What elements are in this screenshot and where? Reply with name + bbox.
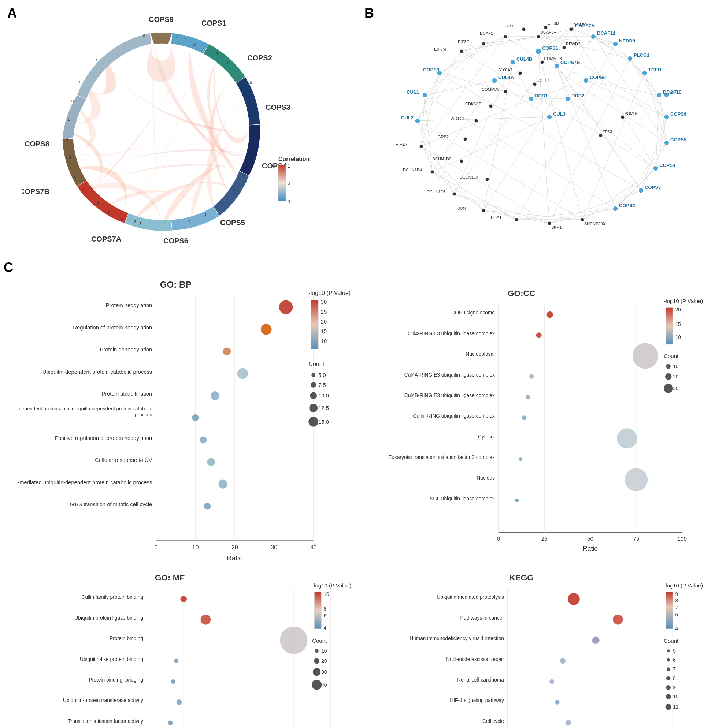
go-cc-color-legend: -log10 (P Value) 20 15 10 Count 10	[664, 298, 703, 393]
svg-text:1: 1	[68, 117, 70, 121]
svg-text:8: 8	[323, 606, 327, 612]
svg-text:DCAF3F: DCAF3F	[540, 30, 556, 34]
svg-point-253	[211, 391, 219, 400]
svg-text:-log10 (P Value): -log10 (P Value)	[312, 582, 351, 589]
svg-text:40: 40	[321, 682, 327, 688]
svg-point-208	[544, 26, 547, 29]
svg-point-182	[657, 93, 662, 98]
svg-text:7.5: 7.5	[318, 382, 326, 388]
svg-line-89	[417, 51, 461, 121]
svg-text:SNRNP200: SNRNP200	[584, 222, 605, 226]
svg-point-202	[547, 222, 551, 225]
svg-text:DCAF8: DCAF8	[573, 23, 586, 27]
svg-text:DDB1: DDB1	[535, 93, 547, 98]
svg-point-146	[653, 166, 658, 171]
svg-point-280	[311, 382, 316, 388]
svg-point-258	[204, 503, 211, 510]
svg-point-222	[489, 104, 493, 108]
svg-text:S100A7: S100A7	[498, 68, 512, 72]
svg-text:COPS9: COPS9	[149, 15, 173, 23]
svg-text:0: 0	[288, 180, 290, 186]
svg-point-328	[665, 373, 672, 380]
svg-line-82	[421, 147, 454, 194]
svg-text:4: 4	[323, 625, 327, 631]
svg-text:WDTC1: WDTC1	[451, 116, 465, 121]
svg-point-212	[562, 46, 566, 49]
svg-text:TCEB: TCEB	[648, 67, 661, 72]
svg-text:DCAF1: DCAF1	[480, 31, 493, 35]
svg-text:1: 1	[222, 201, 224, 206]
go-mf-panel: GO: MF 0 25 50 75 100 125 Ratio	[18, 568, 363, 728]
panel-c-label: C	[4, 260, 13, 275]
svg-text:NEDD8: NEDD8	[619, 38, 635, 44]
svg-text:-1: -1	[287, 199, 291, 204]
svg-line-107	[454, 62, 513, 194]
svg-point-377	[313, 668, 320, 676]
svg-text:1: 1	[189, 220, 191, 224]
svg-line-113	[440, 73, 531, 99]
svg-text:30: 30	[673, 386, 679, 391]
svg-text:1: 1	[216, 51, 218, 56]
svg-text:25: 25	[541, 535, 547, 542]
panel-b: B	[359, 0, 719, 256]
svg-text:DCUN1D2: DCUN1D2	[432, 157, 451, 161]
svg-text:Count: Count	[664, 353, 679, 359]
svg-point-429	[666, 694, 671, 699]
svg-text:0: 0	[71, 99, 74, 103]
svg-text:2: 2	[134, 220, 136, 224]
svg-text:7: 7	[675, 605, 678, 610]
svg-text:1: 1	[254, 99, 257, 103]
svg-text:2: 2	[95, 58, 97, 63]
svg-point-304	[526, 395, 530, 400]
svg-line-127	[517, 44, 615, 220]
svg-text:8: 8	[673, 676, 676, 681]
svg-point-168	[510, 60, 515, 65]
svg-text:COPS7B: COPS7B	[560, 60, 580, 65]
svg-text:2: 2	[74, 174, 76, 178]
svg-text:30: 30	[321, 670, 327, 675]
svg-text:Cullin family protein binding: Cullin family protein binding	[82, 594, 143, 600]
svg-point-204	[581, 218, 584, 222]
svg-text:COPS5: COPS5	[670, 137, 687, 142]
svg-point-423	[667, 667, 670, 671]
svg-point-284	[309, 404, 317, 412]
svg-point-198	[481, 209, 485, 212]
svg-text:0: 0	[108, 211, 110, 215]
svg-text:Cul4B-RING E3 ubiquitin ligase: Cul4B-RING E3 ubiquitin ligase complex	[405, 393, 495, 398]
svg-point-303	[529, 374, 534, 379]
kegg-panel: KEGG 0 10 20 30 Ratio	[370, 568, 714, 728]
svg-text:SCF ubiquitin ligase complex: SCF ubiquitin ligase complex	[430, 496, 495, 502]
svg-text:0: 0	[233, 188, 235, 193]
svg-point-256	[207, 458, 215, 466]
svg-text:CUL3: CUL3	[553, 111, 566, 117]
svg-point-350	[171, 679, 176, 684]
svg-text:DCUN1D5: DCUN1D5	[427, 190, 446, 194]
svg-text:10: 10	[321, 338, 327, 344]
svg-point-186	[504, 35, 507, 38]
svg-point-160	[642, 70, 647, 76]
svg-point-200	[515, 218, 518, 222]
svg-line-98	[571, 29, 656, 168]
svg-point-306	[617, 428, 637, 448]
go-mf-plot: 0 25 50 75 100 125 Ratio	[146, 587, 335, 728]
svg-point-164	[529, 96, 534, 101]
svg-point-305	[522, 415, 527, 420]
svg-point-250	[261, 324, 272, 335]
svg-text:COPS8: COPS8	[25, 140, 49, 148]
svg-point-196	[452, 192, 456, 196]
svg-point-142	[664, 115, 669, 120]
svg-text:20: 20	[673, 374, 679, 379]
svg-text:Ubiquitin mediated proteolysis: Ubiquitin mediated proteolysis	[437, 594, 504, 600]
svg-text:TP53: TP53	[602, 130, 612, 134]
svg-point-346	[180, 596, 187, 603]
svg-text:Ratio: Ratio	[227, 554, 243, 561]
svg-line-102	[538, 51, 549, 223]
svg-text:COPS8: COPS8	[423, 67, 439, 72]
svg-text:COPS9: COPS9	[590, 75, 606, 80]
svg-text:Cellular response to UV: Cellular response to UV	[95, 457, 152, 463]
svg-text:Human immunodeficiency virus 1: Human immunodeficiency virus 1 infection	[409, 636, 504, 641]
svg-text:DCAF11: DCAF11	[597, 31, 616, 36]
svg-line-132	[513, 62, 531, 99]
svg-point-391	[568, 593, 580, 605]
svg-line-58	[630, 58, 659, 95]
